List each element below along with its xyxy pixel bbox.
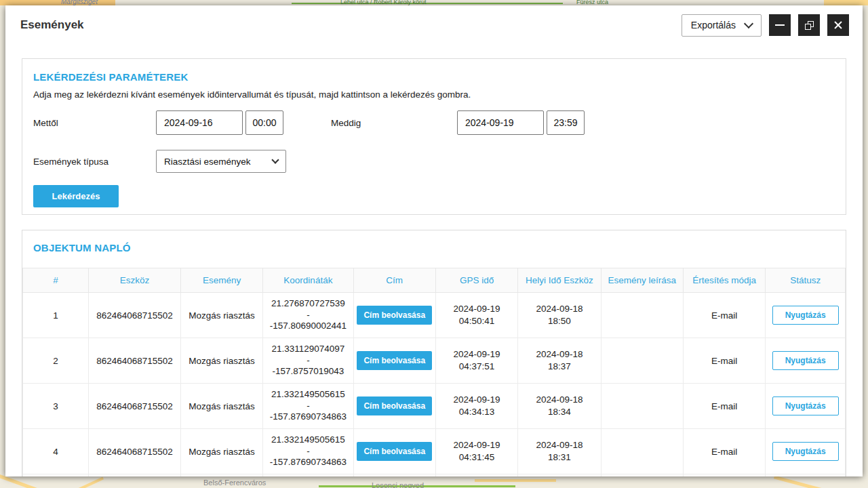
- cell-notification: E-mail: [683, 429, 765, 474]
- cell-status: Nyugtázás: [766, 429, 846, 474]
- cell-local-time: 2024-09-18 18:37: [518, 338, 601, 384]
- empty-cell: [766, 474, 846, 477]
- local-time: 18:37: [521, 361, 598, 373]
- acknowledge-button[interactable]: Nyugtázás: [772, 396, 839, 415]
- coordinate-separator: -: [266, 355, 350, 367]
- gps-date: 2024-09-19: [439, 303, 515, 315]
- cell-address: Cím beolvasása: [353, 384, 435, 429]
- read-address-button[interactable]: Cím beolvasása: [357, 351, 432, 370]
- empty-cell: [683, 474, 765, 477]
- column-header-gps-time: GPS idő: [435, 268, 517, 293]
- acknowledge-button[interactable]: Nyugtázás: [772, 351, 839, 370]
- to-time-input[interactable]: [547, 110, 585, 135]
- coordinate-separator: -: [266, 446, 350, 458]
- map-road: [0, 0, 115, 5]
- restore-button[interactable]: [798, 14, 820, 36]
- column-header-number: #: [23, 268, 89, 293]
- close-icon: [833, 20, 844, 30]
- cell-row-number: 1: [23, 293, 89, 338]
- table-row: 4 862464068715502 Mozgás riasztás 21.332…: [23, 429, 846, 474]
- query-parameters-panel: LEKÉRDEZÉSI PARAMÉTEREK Adja meg az leké…: [22, 58, 846, 215]
- gps-time: 04:50:41: [439, 315, 515, 327]
- empty-cell: [435, 474, 517, 477]
- cell-row-number: 3: [23, 384, 89, 429]
- coordinate-lat: 21.276870727539: [266, 298, 350, 310]
- header-controls: Exportálás: [682, 14, 849, 37]
- local-date: 2024-09-18: [521, 303, 598, 315]
- map-road: [66, 477, 104, 488]
- cell-notification: E-mail: [683, 338, 765, 384]
- page-title: Események: [20, 18, 682, 32]
- cell-notification: E-mail: [683, 293, 765, 338]
- cell-local-time: 2024-09-18 18:34: [518, 384, 601, 429]
- to-date-input[interactable]: [457, 110, 544, 135]
- map-label-island: Margitsziget: [61, 0, 98, 5]
- gps-time: 04:31:45: [439, 451, 515, 464]
- column-header-coordinates: Koordináták: [263, 268, 353, 293]
- cell-event: Mozgás riasztás: [180, 293, 262, 338]
- cell-coordinates: 21.332149505615 - -157.87690734863: [263, 384, 353, 429]
- cell-row-number: 4: [23, 429, 89, 474]
- empty-cell: [89, 474, 181, 477]
- table-row: 2 862464068715502 Mozgás riasztás 21.331…: [23, 338, 846, 384]
- close-button[interactable]: [827, 14, 849, 36]
- object-log-panel: OBJEKTUM NAPLÓ # Eszköz Esemény Koordiná…: [22, 230, 846, 476]
- chevron-down-icon: [744, 19, 753, 28]
- acknowledge-button[interactable]: Nyugtázás: [772, 442, 839, 461]
- query-button[interactable]: Lekérdezés: [33, 185, 119, 207]
- cell-notification: E-mail: [683, 384, 765, 429]
- cell-gps-time: 2024-09-19 04:37:51: [435, 338, 517, 384]
- export-button[interactable]: Exportálás: [682, 14, 762, 37]
- local-time: 18:31: [521, 451, 598, 464]
- coordinate-lon: -157.80690002441: [266, 321, 350, 332]
- acknowledge-button[interactable]: Nyugtázás: [772, 306, 839, 325]
- export-button-label: Exportálás: [691, 20, 736, 30]
- local-date: 2024-09-18: [521, 394, 598, 406]
- empty-cell: [601, 474, 683, 477]
- gps-date: 2024-09-19: [439, 348, 515, 361]
- map-label-district: Belső-Ferencváros: [203, 479, 266, 487]
- event-type-select[interactable]: Riasztási események: [156, 150, 286, 173]
- local-time: 18:50: [521, 315, 598, 327]
- cell-status: Nyugtázás: [766, 293, 846, 338]
- coordinate-lat: 21.331129074097: [266, 344, 350, 355]
- cell-local-time: 2024-09-18 18:50: [518, 293, 601, 338]
- cell-description: [601, 293, 683, 338]
- cell-status: Nyugtázás: [766, 338, 846, 384]
- cell-event: Mozgás riasztás: [180, 338, 262, 384]
- chevron-down-icon: [271, 156, 279, 163]
- local-time: 18:34: [521, 406, 598, 418]
- cell-device: 862464068715502: [89, 338, 181, 384]
- cell-gps-time: 2024-09-19 04:50:41: [435, 293, 517, 338]
- table-row-partial: [23, 474, 846, 477]
- column-header-device: Eszköz: [89, 268, 181, 293]
- cell-coordinates: 21.331129074097 - -157.8757019043: [263, 338, 353, 384]
- event-type-label: Események típusa: [33, 157, 156, 167]
- column-header-status: Státusz: [766, 268, 846, 293]
- empty-cell: [353, 474, 435, 477]
- minimize-button[interactable]: [769, 14, 791, 36]
- cell-description: [601, 338, 683, 384]
- cell-gps-time: 2024-09-19 04:31:45: [435, 429, 517, 474]
- from-date-input[interactable]: [156, 110, 243, 135]
- gps-time: 04:37:51: [439, 361, 515, 373]
- read-address-button[interactable]: Cím beolvasása: [357, 396, 432, 415]
- empty-cell: [263, 474, 353, 477]
- read-address-button[interactable]: Cím beolvasása: [357, 306, 432, 325]
- cell-gps-time: 2024-09-19 04:34:13: [435, 384, 517, 429]
- from-time-input[interactable]: [245, 110, 283, 135]
- column-header-event: Esemény: [180, 268, 262, 293]
- read-address-button[interactable]: Cím beolvasása: [357, 442, 432, 461]
- log-panel-heading: OBJEKTUM NAPLÓ: [22, 233, 846, 261]
- table-row: 3 862464068715502 Mozgás riasztás 21.332…: [23, 384, 846, 429]
- cell-coordinates: 21.276870727539 - -157.80690002441: [263, 293, 353, 338]
- from-label: Mettől: [33, 118, 156, 128]
- column-header-local-time: Helyi Idő Eszköz: [518, 268, 601, 293]
- coordinate-lon: -157.87690734863: [266, 457, 350, 468]
- cell-address: Cím beolvasása: [353, 338, 435, 384]
- map-road: [824, 0, 868, 5]
- column-header-notification: Értesítés módja: [683, 268, 765, 293]
- empty-cell: [518, 474, 601, 477]
- gps-date: 2024-09-19: [439, 394, 515, 406]
- map-road: [292, 3, 563, 4]
